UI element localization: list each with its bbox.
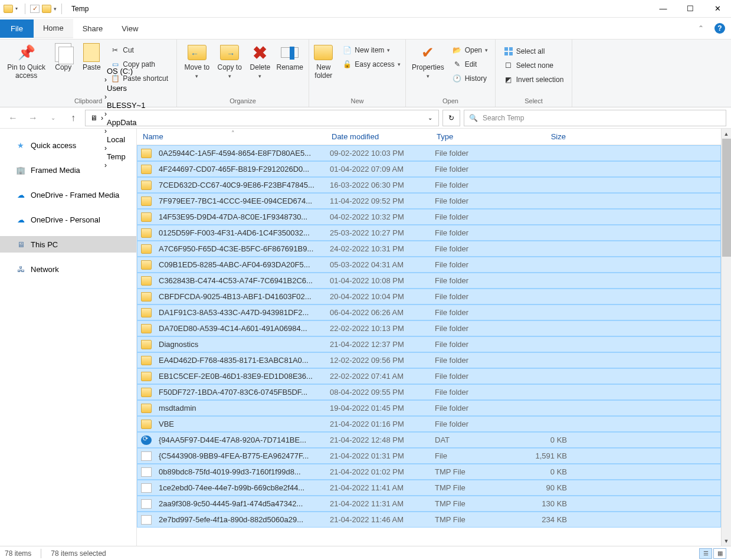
breadcrumb-item[interactable]: BLESSY~1 [104,101,147,110]
details-view-button[interactable]: ☰ [699,548,712,559]
qat-customize-dropdown[interactable]: ▾ [54,6,57,12]
nav-item-framed-media[interactable]: 🏢Framed Media [0,162,136,178]
table-row[interactable]: 7F979EE7-7BC1-4CCC-94EE-094CED674...11-0… [137,193,721,209]
select-all-button[interactable]: Select all [501,45,566,57]
move-to-button[interactable]: Move to [181,42,214,81]
table-row[interactable]: 2aa9f308-9c50-4445-9af1-474d5a47342...21… [137,496,721,512]
table-row[interactable]: F50DF727-1BDA-4707-83C6-0745FB5DF...08-0… [137,384,721,400]
paste-button[interactable]: Paste [77,42,106,73]
table-row[interactable]: 14F53E95-D9D4-47DA-8C0E-1F9348730...04-0… [137,209,721,225]
cell-type: File folder [430,308,519,317]
table-row[interactable]: 0A25944C-1A5F-4594-8654-E8F7D80AE5...09-… [137,145,721,161]
forward-button[interactable]: → [25,110,41,126]
chevron-icon[interactable]: › [104,76,107,84]
history-button[interactable]: 🕐History [450,73,490,84]
collapse-ribbon-icon[interactable]: ⌃ [693,21,709,36]
recent-dropdown[interactable]: ⌄ [45,110,61,126]
table-row[interactable]: A7C6F950-F65D-4C3E-B5FC-6F867691B9...24-… [137,241,721,257]
cell-name: 2e7bd997-5efe-4f1a-890d-882d5060a29... [154,515,325,524]
back-button[interactable]: ← [5,110,21,126]
table-row[interactable]: msdtadmin19-04-2022 01:45 PMFile folder [137,400,721,416]
table-row[interactable]: C362843B-C474-4C53-A74F-7C6941B2C6...01-… [137,273,721,289]
select-none-button[interactable]: ☐Select none [501,60,566,71]
table-row[interactable]: Diagnostics21-04-2022 12:37 PMFile folde… [137,336,721,352]
properties-button[interactable]: ✔ Properties [408,42,448,81]
minimize-button[interactable]: — [650,0,677,18]
scroll-up-icon[interactable]: ▲ [722,129,731,139]
breadcrumb-path[interactable]: 🖥 › OS (C:)›Users›BLESSY~1›AppData›Local… [85,110,439,126]
nav-item-this-pc[interactable]: 🖥This PC [0,236,136,253]
open-button[interactable]: 📂Open [450,44,490,56]
folder-icon[interactable] [4,5,13,13]
cloud-icon: ☁ [15,215,26,224]
path-dropdown[interactable]: ⌄ [424,114,436,121]
vertical-scrollbar[interactable]: ▲ ▼ [721,129,731,546]
copy-to-button[interactable]: Copy to [214,42,246,81]
copy-button[interactable]: Copy [49,42,77,73]
refresh-button[interactable]: ↻ [442,110,460,126]
search-input[interactable]: 🔍 Search Temp [464,110,726,126]
folder-icon[interactable] [42,5,51,13]
edit-button[interactable]: ✎Edit [450,58,490,70]
pin-to-quick-access-button[interactable]: 📌 Pin to Quick access [4,42,49,81]
breadcrumb-item[interactable]: Users [104,84,147,93]
breadcrumb-item[interactable]: OS (C:) [104,67,147,76]
new-folder-button[interactable]: New folder [309,42,337,81]
qat-dropdown[interactable]: ▾ [15,6,20,11]
table-row[interactable]: DA1F91C3-8A53-433C-A47D-943981DF2...06-0… [137,304,721,320]
scroll-thumb[interactable] [722,139,731,257]
scroll-down-icon[interactable]: ▼ [722,536,731,546]
table-row[interactable]: DA70ED80-A539-4C14-A601-491A06984...22-0… [137,320,721,336]
easy-access-button[interactable]: 🔓Easy access [340,58,402,70]
tab-home[interactable]: Home [34,19,73,38]
delete-button[interactable]: ✖ Delete [246,42,275,81]
invert-selection-button[interactable]: ◩Invert selection [501,74,566,86]
breadcrumb-item[interactable]: AppData [104,118,147,127]
nav-item-quick-access[interactable]: ★Quick access [0,137,136,153]
new-item-button[interactable]: 📄New item [340,44,402,56]
table-row[interactable]: EB1C5CEF-2E0B-46D1-83E9-ED1D08E36...22-0… [137,368,721,384]
cell-type: File folder [430,292,519,301]
column-date[interactable]: Date modified [326,132,431,141]
table-row[interactable]: 4F244697-CD07-465F-B819-F2912026D0...01-… [137,161,721,177]
new-folder-icon [314,45,333,60]
nav-item-network[interactable]: 🖧Network [0,261,136,277]
thumbnails-view-button[interactable]: ▦ [713,548,726,559]
table-row[interactable]: 2e7bd997-5efe-4f1a-890d-882d5060a29...21… [137,512,721,528]
tab-view[interactable]: View [112,19,147,38]
chevron-icon[interactable]: › [101,114,103,122]
new-item-icon: 📄 [342,45,352,55]
table-row[interactable]: VBE21-04-2022 01:16 PMFile folder [137,416,721,432]
column-name[interactable]: Name [137,132,326,141]
close-button[interactable]: ✕ [704,0,731,18]
table-row[interactable]: CBFDFCDA-9025-4B13-ABF1-D41603F02...20-0… [137,289,721,304]
nav-item-onedrive---personal[interactable]: ☁OneDrive - Personal [0,211,136,228]
table-row[interactable]: 7CED632D-CC67-40C9-9E86-F23BF47845...16-… [137,177,721,193]
table-row[interactable]: 0b89bdc8-75fd-4019-99d3-7160f1f99d8...21… [137,464,721,480]
properties-icon[interactable]: ✓ [30,5,40,13]
tab-share[interactable]: Share [73,19,113,38]
up-button[interactable]: ↑ [65,110,81,126]
tab-file[interactable]: File [0,19,34,38]
cell-name: A7C6F950-F65D-4C3E-B5FC-6F867691B9... [154,244,325,253]
cut-button[interactable]: ✂Cut [108,44,171,56]
maximize-button[interactable]: ☐ [677,0,704,18]
chevron-icon[interactable]: › [104,110,107,118]
rename-button[interactable]: Rename [274,42,305,73]
cell-size: 130 KB [519,499,572,508]
table-row[interactable]: {94AA5F97-D44E-47A8-920A-7D7141BE...21-0… [137,432,721,448]
column-type[interactable]: Type [431,132,519,141]
cell-type: TMP File [430,515,519,524]
easy-access-icon: 🔓 [342,60,352,69]
chevron-icon[interactable]: › [104,93,107,101]
cell-type: File folder [430,197,519,205]
cell-type: TMP File [430,467,519,476]
table-row[interactable]: 1ce2ebd0-74ee-44e7-b99b-669cb8e2f44...21… [137,480,721,496]
help-icon[interactable]: ? [714,23,725,34]
column-size[interactable]: Size [519,132,572,141]
table-row[interactable]: {C5443908-9BB9-4FEA-B775-EA962477F...21-… [137,448,721,464]
nav-item-onedrive---framed-media[interactable]: ☁OneDrive - Framed Media [0,186,136,203]
table-row[interactable]: 0125D59F-F003-4F31-A4D6-1C4F350032...25-… [137,225,721,241]
table-row[interactable]: EA4D462D-F768-4835-8171-E3ABC81A0...12-0… [137,352,721,368]
table-row[interactable]: C09B1ED5-8285-4ABC-AF04-693DA20F5...05-0… [137,257,721,273]
